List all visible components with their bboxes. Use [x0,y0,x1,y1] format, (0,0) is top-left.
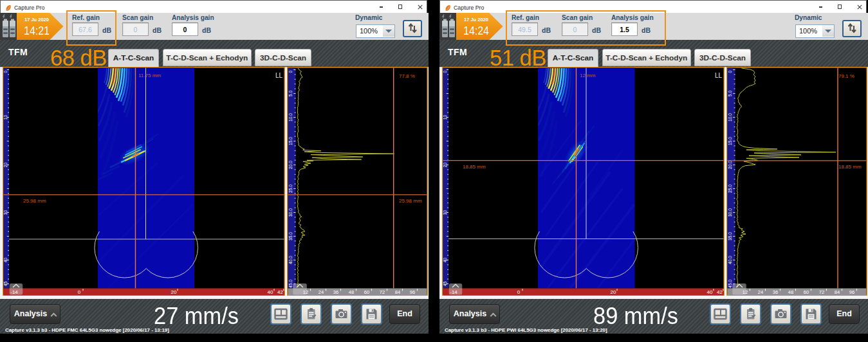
svg-text:60: 60 [804,289,809,295]
svg-text:96: 96 [410,289,415,295]
svg-text:15.0: 15.0 [288,137,293,145]
svg-text:30.0: 30.0 [288,208,293,217]
svg-text:0: 0 [728,70,732,73]
svg-text:40: 40 [443,258,447,263]
svg-text:60: 60 [364,289,369,295]
svg-text:20.0: 20.0 [728,161,732,169]
svg-text:96: 96 [849,289,854,295]
svg-text:40: 40 [707,289,713,295]
svg-text:30.0: 30.0 [728,208,732,217]
svg-text:84: 84 [835,289,840,295]
svg-text:18.85 mm: 18.85 mm [463,164,486,170]
svg-text:10: 10 [443,115,447,120]
svg-text:20: 20 [3,163,8,168]
svg-text:48: 48 [788,289,793,295]
svg-text:-14: -14 [10,289,18,295]
svg-text:40: 40 [3,258,8,263]
svg-text:45: 45 [3,282,8,287]
svg-text:20: 20 [611,289,616,295]
svg-text:LL: LL [275,72,283,79]
svg-text:0: 0 [517,289,521,295]
svg-text:48: 48 [349,289,354,295]
svg-text:18.85 mm: 18.85 mm [838,164,862,170]
svg-text:25.0: 25.0 [728,184,732,193]
svg-text:0: 0 [288,70,293,73]
svg-text:25.0: 25.0 [288,184,293,193]
svg-text:0: 0 [3,70,8,73]
svg-text:42: 42 [717,289,723,295]
svg-text:72: 72 [819,289,824,295]
svg-text:0: 0 [78,289,81,295]
svg-text:45.0: 45.0 [728,280,732,288]
svg-text:40.0: 40.0 [728,256,732,264]
svg-text:42: 42 [277,289,283,295]
svg-text:20: 20 [443,163,447,168]
svg-text:36: 36 [333,289,338,295]
svg-text:24: 24 [319,289,324,295]
svg-text:12: 12 [743,289,748,295]
svg-text:84: 84 [395,289,400,295]
svg-text:35.0: 35.0 [728,232,732,240]
svg-text:-14: -14 [450,289,457,295]
svg-text:20: 20 [171,289,177,295]
svg-text:30: 30 [443,210,447,215]
svg-text:12 mm: 12 mm [580,73,596,78]
svg-text:11.75 mm: 11.75 mm [138,73,161,78]
svg-text:12: 12 [303,289,308,295]
svg-text:36: 36 [773,289,778,295]
svg-text:25.98 mm: 25.98 mm [23,198,46,204]
svg-text:30: 30 [3,210,8,215]
svg-text:24: 24 [758,289,763,295]
svg-text:25.98 mm: 25.98 mm [399,198,422,204]
svg-text:72: 72 [380,289,385,295]
svg-text:35.0: 35.0 [288,232,293,240]
svg-text:45: 45 [443,282,447,287]
svg-text:10.0: 10.0 [728,113,732,122]
svg-text:20.0: 20.0 [288,161,293,169]
svg-text:10.0: 10.0 [288,113,293,122]
svg-text:LL: LL [715,72,723,79]
svg-text:45.0: 45.0 [288,280,293,288]
svg-text:40.0: 40.0 [288,256,293,264]
svg-text:40: 40 [268,289,273,295]
svg-text:5.0: 5.0 [728,91,732,97]
svg-text:10: 10 [3,115,8,120]
svg-text:79.1 %: 79.1 % [838,73,854,79]
svg-text:77.8 %: 77.8 % [399,73,415,79]
svg-text:15.0: 15.0 [728,137,732,145]
svg-text:5.0: 5.0 [288,91,293,97]
svg-text:0: 0 [443,70,447,73]
